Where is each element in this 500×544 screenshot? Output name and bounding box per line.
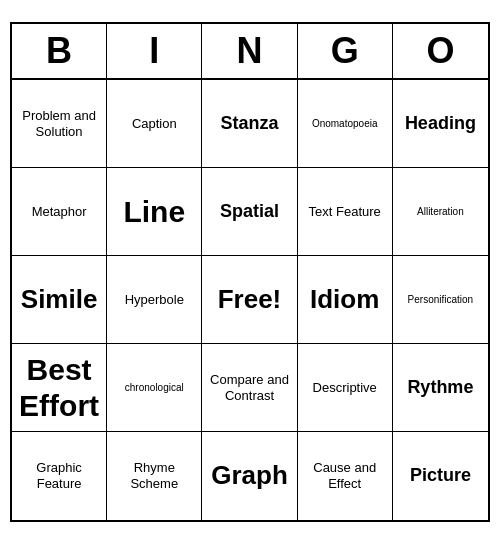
bingo-header: B I N G O — [12, 24, 488, 80]
bingo-cell-15[interactable]: Best Effort — [12, 344, 107, 432]
bingo-cell-3[interactable]: Onomatopoeia — [298, 80, 393, 168]
bingo-cell-18[interactable]: Descriptive — [298, 344, 393, 432]
bingo-cell-2[interactable]: Stanza — [202, 80, 297, 168]
bingo-cell-9[interactable]: Alliteration — [393, 168, 488, 256]
bingo-cell-13[interactable]: Idiom — [298, 256, 393, 344]
bingo-cell-23[interactable]: Cause and Effect — [298, 432, 393, 520]
bingo-cell-4[interactable]: Heading — [393, 80, 488, 168]
bingo-cell-7[interactable]: Spatial — [202, 168, 297, 256]
header-g: G — [298, 24, 393, 78]
bingo-cell-20[interactable]: Graphic Feature — [12, 432, 107, 520]
bingo-cell-12[interactable]: Free! — [202, 256, 297, 344]
bingo-cell-22[interactable]: Graph — [202, 432, 297, 520]
bingo-cell-0[interactable]: Problem and Solution — [12, 80, 107, 168]
bingo-cell-14[interactable]: Personification — [393, 256, 488, 344]
bingo-cell-1[interactable]: Caption — [107, 80, 202, 168]
header-n: N — [202, 24, 297, 78]
bingo-cell-5[interactable]: Metaphor — [12, 168, 107, 256]
bingo-cell-16[interactable]: chronological — [107, 344, 202, 432]
bingo-cell-8[interactable]: Text Feature — [298, 168, 393, 256]
bingo-cell-17[interactable]: Compare and Contrast — [202, 344, 297, 432]
bingo-cell-21[interactable]: Rhyme Scheme — [107, 432, 202, 520]
bingo-cell-10[interactable]: Simile — [12, 256, 107, 344]
bingo-cell-11[interactable]: Hyperbole — [107, 256, 202, 344]
header-i: I — [107, 24, 202, 78]
bingo-grid: Problem and SolutionCaptionStanzaOnomato… — [12, 80, 488, 520]
bingo-cell-19[interactable]: Rythme — [393, 344, 488, 432]
bingo-cell-24[interactable]: Picture — [393, 432, 488, 520]
bingo-cell-6[interactable]: Line — [107, 168, 202, 256]
header-o: O — [393, 24, 488, 78]
header-b: B — [12, 24, 107, 78]
bingo-card: B I N G O Problem and SolutionCaptionSta… — [10, 22, 490, 522]
